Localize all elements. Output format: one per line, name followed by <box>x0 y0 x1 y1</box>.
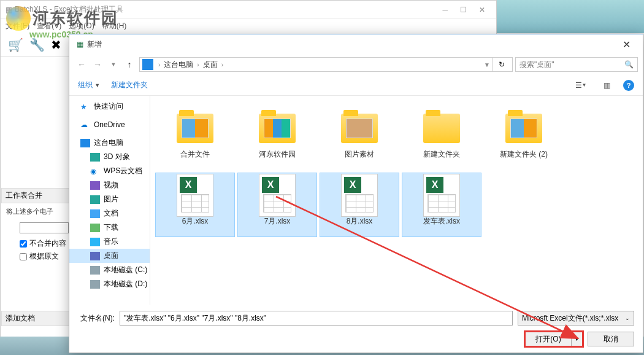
bg-close-button[interactable]: ✕ <box>479 6 485 14</box>
file-item[interactable]: 合并文件 <box>155 106 235 170</box>
file-label: 新建文件夹 (2) <box>500 149 548 160</box>
file-item[interactable]: X8月.xlsx <box>320 173 399 237</box>
tree-downloads[interactable]: 下载 <box>69 220 150 235</box>
chevron-right-icon: › <box>221 61 223 68</box>
bg-input-field[interactable] <box>20 222 69 233</box>
tree-desktop[interactable]: 桌面 <box>69 249 150 263</box>
tree-3d-objects[interactable]: 3D 对象 <box>69 150 150 164</box>
dialog-nav-bar: ← → ▼ ↑ › 这台电脑 › 桌面 › ▼ ↻ 🔍 <box>69 54 643 75</box>
tree-quick-access[interactable]: ★快速访问 <box>69 99 150 114</box>
tree-disk-c[interactable]: 本地磁盘 (C:) <box>69 263 150 277</box>
nav-up-button[interactable]: ↑ <box>122 57 137 72</box>
breadcrumb-item[interactable]: 这台电脑 <box>163 60 194 70</box>
disk-icon <box>90 280 100 289</box>
file-label: 6月.xlsx <box>182 216 209 227</box>
file-item[interactable]: X6月.xlsx <box>155 173 235 237</box>
open-button[interactable]: 打开(O) <box>525 332 572 346</box>
dialog-toolbar: 组织 ▼ 新建文件夹 ☰ ▼ ▥ ? <box>69 75 643 96</box>
watermark-text: 河东软件园 <box>33 9 118 27</box>
download-icon <box>90 224 100 232</box>
file-item[interactable]: 河东软件园 <box>237 106 317 170</box>
cancel-button[interactable]: 取消 <box>588 332 634 346</box>
tree-disk-d[interactable]: 本地磁盘 (D:) <box>69 277 150 291</box>
breadcrumb[interactable]: › 这台电脑 › 桌面 › ▼ ↻ <box>139 57 513 72</box>
folder-tree: ★快速访问 ☁OneDrive 这台电脑 3D 对象 ◉WPS云文档 视频 图片… <box>69 96 150 305</box>
nav-back-button[interactable]: ← <box>74 57 89 72</box>
breadcrumb-pc-icon <box>142 59 153 70</box>
pc-icon <box>80 139 90 147</box>
new-folder-button[interactable]: 新建文件夹 <box>111 80 148 90</box>
file-item[interactable]: 图片素材 <box>320 106 399 170</box>
search-box[interactable]: 🔍 <box>515 57 638 72</box>
file-type-filter[interactable]: Microsft Excel文件(*.xls;*.xlsx⌄ <box>518 311 634 326</box>
dialog-close-button[interactable]: ✕ <box>618 36 635 53</box>
tree-documents[interactable]: 文档 <box>69 206 150 220</box>
file-label: 发车表.xlsx <box>423 216 460 227</box>
open-button-group: 打开(O) ▼ <box>525 332 583 346</box>
file-label: 图片素材 <box>345 149 374 160</box>
view-options-button[interactable]: ☰ ▼ <box>572 79 590 92</box>
file-item[interactable]: X发车表.xlsx <box>402 173 481 237</box>
chevron-right-icon: › <box>158 61 160 68</box>
watermark: 河东软件园 www.pc0359.cn <box>6 6 118 36</box>
file-item[interactable]: X7月.xlsx <box>237 173 317 237</box>
tree-music[interactable]: 音乐 <box>69 235 150 249</box>
tree-pictures[interactable]: 图片 <box>69 192 150 206</box>
open-dropdown-button[interactable]: ▼ <box>572 332 583 346</box>
file-label: 新建文件夹 <box>423 149 460 160</box>
document-icon <box>90 209 100 218</box>
dialog-title: ▦新增 <box>77 39 102 50</box>
filename-input[interactable] <box>120 311 513 326</box>
dialog-titlebar: ▦新增 ✕ <box>69 34 643 54</box>
cloud-doc-icon: ◉ <box>90 167 100 176</box>
search-icon: 🔍 <box>624 60 634 69</box>
dialog-bottom-panel: 文件名(N): Microsft Excel文件(*.xls;*.xlsx⌄ 打… <box>69 305 643 353</box>
file-label: 合并文件 <box>180 149 210 160</box>
help-button[interactable]: ? <box>623 80 634 91</box>
file-item[interactable]: 新建文件夹 <box>402 106 481 170</box>
star-icon: ★ <box>80 103 90 111</box>
desktop-icon <box>90 252 100 260</box>
file-open-dialog: ▦新增 ✕ ← → ▼ ↑ › 这台电脑 › 桌面 › ▼ ↻ 🔍 组织 ▼ <box>69 34 643 353</box>
breadcrumb-dropdown-icon[interactable]: ▼ <box>484 61 490 68</box>
watermark-logo-icon <box>6 6 31 31</box>
breadcrumb-item[interactable]: 桌面 <box>202 60 219 70</box>
tree-onedrive[interactable]: ☁OneDrive <box>69 119 150 131</box>
cloud-icon: ☁ <box>80 120 90 129</box>
toolbar-icon-2[interactable]: 🔧 <box>29 37 45 52</box>
chevron-right-icon: › <box>197 61 199 68</box>
disk-icon <box>90 266 100 275</box>
toolbar-icon-1[interactable]: 🛒 <box>8 37 23 52</box>
refresh-button[interactable]: ↻ <box>493 57 510 72</box>
cube-icon <box>90 153 100 162</box>
file-label: 8月.xlsx <box>347 216 373 227</box>
file-label: 7月.xlsx <box>264 216 291 227</box>
nav-forward-button[interactable]: → <box>90 57 105 72</box>
music-icon <box>90 238 100 246</box>
bg-maximize-button[interactable]: ☐ <box>460 6 467 14</box>
picture-icon <box>90 195 100 204</box>
filename-label: 文件名(N): <box>78 313 115 324</box>
bg-minimize-button[interactable]: ─ <box>442 6 448 14</box>
file-item[interactable]: 新建文件夹 (2) <box>484 106 564 170</box>
search-input[interactable] <box>519 60 622 69</box>
organize-button[interactable]: 组织 ▼ <box>78 80 100 90</box>
file-list: 合并文件河东软件园图片素材新建文件夹新建文件夹 (2)X6月.xlsxX7月.x… <box>150 96 643 305</box>
toolbar-icon-3[interactable]: ✖ <box>51 37 61 52</box>
file-label: 河东软件园 <box>259 149 296 160</box>
video-icon <box>90 181 100 190</box>
nav-history-button[interactable]: ▼ <box>106 57 121 72</box>
tree-videos[interactable]: 视频 <box>69 178 150 192</box>
preview-pane-button[interactable]: ▥ <box>597 79 616 92</box>
tree-wps[interactable]: ◉WPS云文档 <box>69 164 150 178</box>
tree-this-pc[interactable]: 这台电脑 <box>69 136 150 150</box>
